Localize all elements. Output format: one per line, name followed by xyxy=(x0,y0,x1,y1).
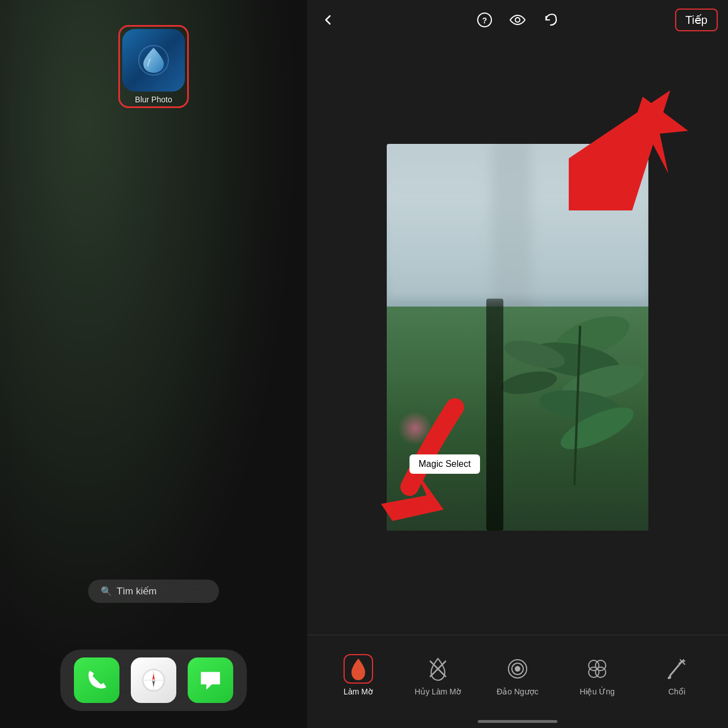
home-bar xyxy=(478,720,557,723)
svg-point-25 xyxy=(515,666,520,672)
tool-choi[interactable]: Chổi xyxy=(648,654,705,696)
home-indicator xyxy=(307,714,728,728)
trunk xyxy=(486,299,503,531)
dao-nguoc-label: Đảo Ngược xyxy=(497,687,539,696)
app-label: Blur Photo xyxy=(135,95,172,104)
top-bar: ? Tiếp xyxy=(307,0,728,40)
dock xyxy=(60,650,247,711)
tool-hieu-ung-icon-wrap xyxy=(582,654,612,684)
search-text: Tìm kiếm xyxy=(117,585,156,597)
svg-text:?: ? xyxy=(482,16,487,25)
tool-lam-mo[interactable]: Làm Mờ xyxy=(330,654,387,696)
hieu-ung-icon xyxy=(585,656,610,681)
dock-app-messages[interactable] xyxy=(188,657,233,703)
choi-label: Chổi xyxy=(668,687,685,696)
safari-icon xyxy=(140,667,167,694)
dock-app-phone[interactable] xyxy=(74,657,119,703)
photo-area: Magic Select xyxy=(307,40,728,635)
next-button[interactable]: Tiếp xyxy=(675,9,718,31)
tool-dao-nguoc-icon-wrap xyxy=(503,654,532,684)
blur-photo-app-icon[interactable] xyxy=(122,29,185,92)
top-blur xyxy=(387,144,648,299)
bottom-toolbar: Làm Mờ Hủy Làm Mờ xyxy=(307,635,728,714)
top-bar-center: ? xyxy=(474,9,561,31)
choi-icon xyxy=(664,656,689,681)
undo-button[interactable] xyxy=(540,9,561,31)
water-drop-icon xyxy=(135,42,172,78)
dock-app-safari[interactable] xyxy=(131,657,176,703)
back-button[interactable] xyxy=(317,9,339,31)
flower-accent xyxy=(398,411,432,445)
leaves-svg xyxy=(489,269,648,497)
top-bar-left xyxy=(317,9,339,31)
huy-lam-mo-label: Hủy Làm Mờ xyxy=(415,687,461,696)
huy-lam-mo-icon xyxy=(425,656,450,681)
eye-button[interactable] xyxy=(507,9,528,31)
phone-icon xyxy=(83,667,110,694)
left-panel: Blur Photo 🔍 Tìm kiếm xyxy=(0,0,307,728)
svg-point-29 xyxy=(595,667,606,677)
tool-huy-lam-mo[interactable]: Hủy Làm Mờ xyxy=(410,654,466,696)
tool-lam-mo-icon-wrap xyxy=(344,654,373,684)
svg-point-9 xyxy=(515,18,520,22)
tool-choi-icon-wrap xyxy=(662,654,692,684)
hieu-ung-label: Hiệu Ứng xyxy=(580,687,614,696)
lam-mo-icon xyxy=(348,656,369,681)
top-bar-right: Tiếp xyxy=(675,9,718,31)
tool-huy-lam-mo-icon-wrap xyxy=(423,654,453,684)
app-icon-wrapper[interactable]: Blur Photo xyxy=(118,25,189,108)
search-bar[interactable]: 🔍 Tìm kiếm xyxy=(88,580,219,603)
tool-hieu-ung[interactable]: Hiệu Ứng xyxy=(569,654,626,696)
svg-line-30 xyxy=(670,662,681,676)
tool-dao-nguoc[interactable]: Đảo Ngược xyxy=(489,654,546,696)
lam-mo-label: Làm Mờ xyxy=(344,687,373,696)
background-blur xyxy=(0,0,307,728)
search-icon: 🔍 xyxy=(101,586,112,597)
help-button[interactable]: ? xyxy=(474,9,495,31)
dao-nguoc-icon xyxy=(505,656,530,681)
messages-icon xyxy=(197,667,224,694)
right-panel: ? Tiếp xyxy=(307,0,728,728)
photo-container: Magic Select xyxy=(387,144,648,531)
magic-select-tooltip: Magic Select xyxy=(410,454,480,474)
